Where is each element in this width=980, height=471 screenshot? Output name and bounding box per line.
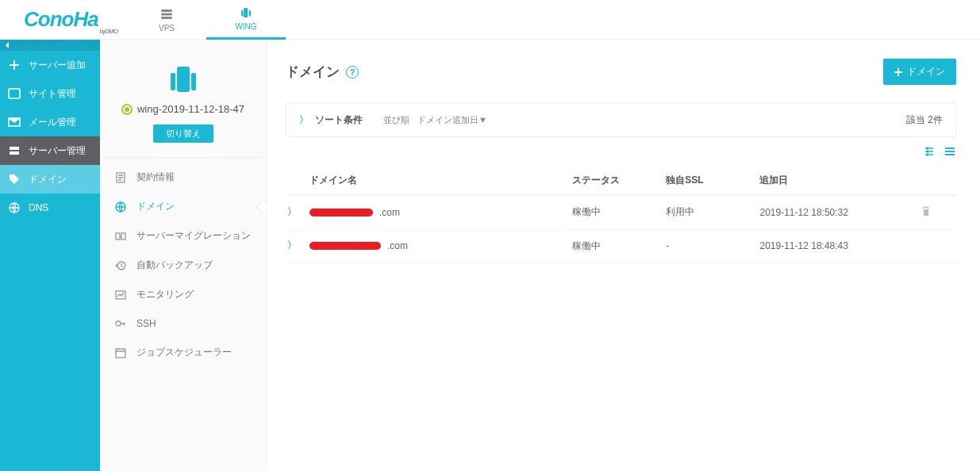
brand-name: ConoHa (24, 7, 98, 32)
domain-table: ドメイン名 ステータス 独自SSL 追加日 〉 .com 稼働中 利用中 2 (286, 166, 956, 263)
cell-ssl: - (661, 229, 755, 262)
topnav-wing-label: WING (235, 22, 256, 31)
sidebar-label: メール管理 (29, 116, 76, 129)
filter-label: ソート条件 (315, 113, 363, 127)
settings-view-icon[interactable] (923, 145, 936, 161)
server-name-row: wing-2019-11-12-18-47 (121, 103, 244, 115)
cell-added: 2019-11-12 18:50:32 (755, 196, 916, 230)
main-content: ドメイン ? ドメイン 〉 ソート条件 並び順 ドメイン追加日▼ 該当 2件 (267, 40, 980, 471)
chevron-right-icon: 〉 (287, 239, 297, 252)
switch-button[interactable]: 切り替え (153, 124, 213, 143)
sidebar-label: サーバー追加 (29, 59, 86, 72)
svg-rect-12 (177, 67, 190, 92)
filter-bar[interactable]: 〉 ソート条件 並び順 ドメイン追加日▼ 該当 2件 (286, 102, 956, 137)
redacted-domain (309, 209, 373, 216)
help-icon[interactable]: ? (346, 66, 359, 78)
th-ssl: 独自SSL (661, 166, 755, 196)
result-count: 該当 2件 (906, 113, 943, 127)
wing-icon (239, 6, 253, 20)
svg-rect-7 (10, 64, 19, 66)
sidebar-item-mail-mgmt[interactable]: メール管理 (0, 108, 100, 136)
svg-point-27 (927, 154, 928, 155)
table-row[interactable]: 〉 .com 稼働中 利用中 2019-11-12 18:50:32 (286, 196, 956, 230)
sub-label: 契約情報 (136, 170, 175, 184)
svg-rect-3 (244, 8, 248, 17)
delete-button[interactable] (916, 196, 956, 230)
sidebar-label: ドメイン (29, 173, 67, 186)
subpanel-item-domain[interactable]: ドメイン (100, 192, 266, 221)
svg-rect-22 (116, 349, 125, 358)
topnav-vps-label: VPS (159, 24, 175, 33)
svg-rect-28 (945, 147, 955, 149)
sidebar-label: DNS (29, 202, 48, 213)
subpanel-item-contract[interactable]: 契約情報 (100, 163, 266, 192)
svg-rect-1 (161, 13, 172, 15)
domain-suffix: .com (379, 207, 400, 218)
globe-icon (114, 201, 127, 213)
th-added: 追加日 (755, 166, 916, 196)
domain-suffix: .com (387, 240, 408, 251)
subpanel-item-scheduler[interactable]: ジョブスケジューラー (100, 338, 266, 367)
window-icon (8, 87, 21, 100)
sub-label: 自動バックアップ (136, 258, 213, 272)
add-btn-label: ドメイン (907, 65, 945, 78)
subpanel-item-monitoring[interactable]: モニタリング (100, 280, 266, 309)
view-toolbar (286, 145, 956, 161)
chart-icon (114, 289, 127, 301)
sidebar-collapse[interactable] (0, 40, 100, 51)
svg-rect-29 (945, 151, 955, 152)
svg-rect-14 (191, 73, 196, 90)
table-header-row: ドメイン名 ステータス 独自SSL 追加日 (286, 166, 956, 196)
add-domain-button[interactable]: ドメイン (883, 59, 956, 85)
tag-icon (8, 173, 21, 186)
server-large-icon (166, 63, 201, 95)
page-title: ドメイン ? (286, 63, 359, 81)
status-dot-icon (121, 104, 133, 115)
sub-label: SSH (136, 318, 156, 329)
svg-rect-30 (945, 154, 955, 155)
page-header: ドメイン ? ドメイン (286, 59, 956, 85)
history-icon (114, 259, 127, 272)
svg-rect-2 (161, 17, 172, 19)
server-icon (8, 144, 21, 157)
subpanel-item-ssh[interactable]: SSH (100, 309, 266, 338)
chevron-right-icon: 〉 (299, 113, 309, 127)
table-row[interactable]: 〉 .com 稼働中 - 2019-11-12 18:48:43 (286, 229, 956, 262)
sub-label: ドメイン (136, 200, 175, 213)
svg-point-21 (116, 321, 121, 326)
sidebar-item-site-mgmt[interactable]: サイト管理 (0, 79, 100, 108)
svg-rect-10 (10, 151, 19, 155)
subpanel-item-migration[interactable]: サーバーマイグレーション (100, 221, 266, 251)
sort-value-dropdown[interactable]: ドメイン追加日▼ (417, 114, 487, 126)
page-title-text: ドメイン (286, 63, 340, 81)
topnav-wing[interactable]: WING (206, 0, 286, 40)
cell-status: 稼働中 (567, 196, 661, 230)
trash-icon (920, 205, 932, 216)
transfer-icon (114, 230, 127, 243)
plus-icon (894, 68, 902, 76)
cell-added: 2019-11-12 18:48:43 (755, 229, 916, 262)
sidebar-item-domain[interactable]: ドメイン (0, 165, 100, 193)
cell-ssl: 利用中 (661, 196, 755, 230)
svg-rect-5 (249, 10, 251, 17)
topnav-vps[interactable]: VPS (127, 0, 206, 40)
sidebar-item-add-server[interactable]: サーバー追加 (0, 51, 100, 79)
sidebar: サーバー追加 サイト管理 メール管理 サーバー管理 ドメイン DNS (0, 40, 100, 471)
list-view-icon[interactable] (943, 145, 956, 161)
sidebar-item-server-mgmt[interactable]: サーバー管理 (0, 136, 100, 165)
stack-icon (159, 7, 174, 21)
sidebar-label: サイト管理 (29, 87, 76, 101)
sidebar-item-dns[interactable]: DNS (0, 193, 100, 222)
top-bar: ConoHa byGMO VPS WING (0, 0, 980, 40)
subpanel-item-backup[interactable]: 自動バックアップ (100, 251, 266, 280)
svg-rect-4 (241, 10, 243, 17)
sub-label: ジョブスケジューラー (136, 346, 232, 359)
brand-logo[interactable]: ConoHa byGMO (0, 0, 127, 40)
sidebar-label: サーバー管理 (29, 144, 86, 158)
svg-point-26 (927, 151, 928, 152)
brand-sub: byGMO (100, 28, 118, 35)
subpanel: wing-2019-11-12-18-47 切り替え 契約情報 ドメイン サーバ… (100, 40, 267, 471)
sub-label: モニタリング (136, 288, 194, 301)
th-status: ステータス (567, 166, 661, 196)
svg-rect-13 (171, 73, 175, 90)
